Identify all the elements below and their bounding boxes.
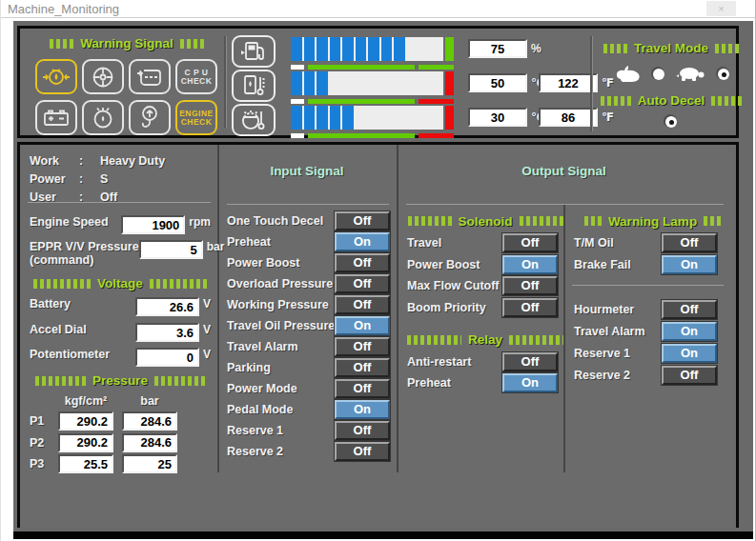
eppr-pressure-value[interactable] <box>139 240 203 259</box>
tick-decoration <box>180 39 204 49</box>
travel-oil-pressure-state-button[interactable]: On <box>335 316 390 335</box>
warning-lamp-column: Warning Lamp T/M Oil Off Brake Fail On H… <box>563 211 731 388</box>
tick-decoration <box>33 279 91 289</box>
engine-oil-pressure-warning-icon <box>35 59 77 94</box>
warning-signal-heading: Warning Signal <box>31 36 222 50</box>
reserve-1-state-button[interactable]: Off <box>335 421 390 440</box>
gauge-segment <box>381 106 393 130</box>
coolant-temp-c-value[interactable] <box>468 73 527 92</box>
gauge-segment <box>368 106 379 130</box>
travel-alarm-state-button[interactable]: Off <box>335 337 390 356</box>
gauge-end-cap <box>445 106 454 130</box>
one-touch-decel-state-button[interactable]: Off <box>335 211 390 230</box>
gauge-segment <box>394 37 405 61</box>
auto-decel-radio[interactable] <box>665 116 677 128</box>
gauge-scale-mark <box>291 99 304 104</box>
eppr-pressure-row: EPPR V/V Pressure (command) bar <box>30 240 211 267</box>
tick-decoration <box>154 376 205 386</box>
pressure-table: kgf/cm² bar P1 P2 P3 <box>30 394 211 476</box>
relay-preheat-row: Preheat On <box>407 373 563 392</box>
app-window: Machine_Monitoring × Warning Signal <box>0 0 756 541</box>
gauge-segment <box>330 37 341 61</box>
tick-decoration <box>711 96 742 106</box>
coolant-temp-f-value[interactable] <box>539 73 598 92</box>
machine-info-column: Work : Heavy Duty Power : S User : Off <box>20 145 217 209</box>
power-mode-state-button[interactable]: Off <box>335 379 390 398</box>
lamp-reserve-2-state-button[interactable]: Off <box>662 366 717 385</box>
solenoid-travel-row: Travel Off <box>407 233 563 252</box>
window-title: Machine_Monitoring <box>8 2 119 16</box>
solenoid-max-flow-cutoff-state-button[interactable]: Off <box>502 276 558 295</box>
battery-voltage-value[interactable] <box>135 297 199 316</box>
overload-pressure-state-button[interactable]: Off <box>335 274 390 293</box>
potentiometer-value[interactable] <box>135 348 199 367</box>
p1-kgf-value[interactable] <box>58 411 113 431</box>
preheat-state-button[interactable]: On <box>335 232 390 251</box>
working-pressure-state-button[interactable]: Off <box>335 295 390 314</box>
gauge-segment <box>330 106 341 130</box>
reserve-2-state-button[interactable]: Off <box>335 442 390 461</box>
tick-decoration <box>603 44 627 53</box>
brake-fail-row: Brake Fail On <box>574 255 731 274</box>
gauge-scale-mark <box>291 65 304 70</box>
main-panel: Warning Signal <box>13 21 753 539</box>
hourmeter-state-button[interactable]: Off <box>662 300 717 319</box>
hydraulic-oil-temp-c-value[interactable] <box>468 108 527 127</box>
power-boost-row: Power Boost Off <box>227 253 397 272</box>
gauge-segment <box>419 71 431 95</box>
p3-bar-value[interactable] <box>122 454 177 473</box>
one-touch-decel-row: One Touch Decel Off <box>227 211 397 230</box>
gauge-scale-end-zone <box>419 133 454 138</box>
lamp-travel-alarm-state-button[interactable]: On <box>662 322 717 341</box>
parking-state-button[interactable]: Off <box>335 358 390 377</box>
coolant-level-icon <box>129 59 171 94</box>
radiator-fan-icon <box>82 59 124 94</box>
travel-alarm-row: Travel Alarm Off <box>227 337 397 356</box>
solenoid-power-boost-state-button[interactable]: On <box>502 255 558 274</box>
gauge-segment <box>394 106 405 130</box>
gauge-segment <box>342 37 354 61</box>
gauge-segment <box>419 37 431 61</box>
engine-speed-value[interactable] <box>121 215 185 234</box>
user-mode-value: Off <box>100 190 117 209</box>
auto-decel-heading: Auto Decel <box>598 93 745 108</box>
relay-preheat-state-button[interactable]: On <box>502 373 558 392</box>
warning-lamp-heading: Warning Lamp <box>574 211 731 230</box>
overload-pressure-row: Overload Pressure Off <box>227 274 397 293</box>
fuel-level-value[interactable] <box>468 39 527 58</box>
close-button[interactable]: × <box>706 1 736 16</box>
travel-mode-slow-radio[interactable] <box>718 69 729 80</box>
gauge-segment <box>407 37 419 61</box>
hydraulic-oil-temp-f-value[interactable] <box>539 108 598 127</box>
p3-kgf-value[interactable] <box>58 454 113 473</box>
gauge-segment <box>356 71 367 95</box>
pedal-mode-row: Pedal Mode On <box>227 400 397 419</box>
relay-anti-restart-row: Anti-restart Off <box>407 352 563 371</box>
brake-fail-state-button[interactable]: On <box>662 255 717 274</box>
parking-row: Parking Off <box>227 358 397 377</box>
relay-heading: Relay <box>407 331 563 350</box>
solenoid-boom-priority-state-button[interactable]: Off <box>502 298 558 317</box>
solenoid-relay-column: Solenoid Travel Off Power Boost On Max F… <box>397 211 563 395</box>
p2-kgf-value[interactable] <box>58 433 113 452</box>
pedal-mode-state-button[interactable]: On <box>335 400 390 419</box>
reserve-2-row: Reserve 2 Off <box>227 442 397 461</box>
gauge-segment <box>356 37 367 61</box>
p1-bar-value[interactable] <box>122 411 177 431</box>
status-gauge-panel: Warning Signal <box>17 26 739 138</box>
p2-bar-value[interactable] <box>122 433 177 452</box>
lamp-reserve-1-state-button[interactable]: On <box>662 344 717 363</box>
reserve-1-row: Reserve 1 Off <box>227 421 397 440</box>
gauge-segment <box>381 37 393 61</box>
tm-oil-state-button[interactable]: Off <box>662 233 717 252</box>
tick-decoration <box>704 216 721 226</box>
accel-dial-value[interactable] <box>135 323 199 342</box>
gauge-segment <box>433 37 444 61</box>
solenoid-travel-state-button[interactable]: Off <box>502 233 558 252</box>
power-boost-state-button[interactable]: Off <box>335 253 390 272</box>
travel-mode-fast-radio[interactable] <box>653 69 664 80</box>
gauge-segment <box>394 71 405 95</box>
accel-dial-row: Accel Dial V <box>30 323 211 342</box>
relay-anti-restart-state-button[interactable]: Off <box>502 352 558 371</box>
fuel-pump-icon <box>232 35 276 68</box>
